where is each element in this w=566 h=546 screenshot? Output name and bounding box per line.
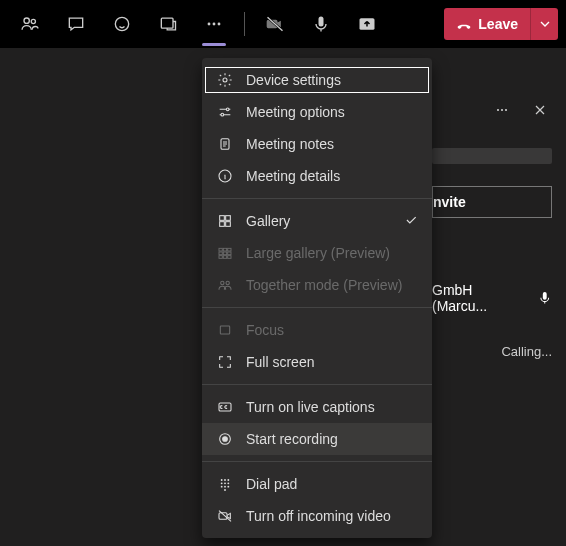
svg-rect-14 <box>220 216 225 221</box>
mic-button[interactable] <box>299 2 343 46</box>
svg-rect-16 <box>220 222 225 227</box>
svg-rect-22 <box>223 252 226 255</box>
info-icon <box>216 167 234 185</box>
svg-rect-24 <box>219 256 222 259</box>
svg-point-1 <box>31 19 35 23</box>
svg-point-4 <box>208 23 211 26</box>
reactions-button[interactable] <box>100 2 144 46</box>
chat-button[interactable] <box>54 2 98 46</box>
focus-icon <box>216 321 234 339</box>
call-status: Calling... <box>501 344 552 359</box>
menu-turn-off-incoming-video[interactable]: Turn off incoming video <box>202 500 432 532</box>
menu-label: Full screen <box>246 354 314 370</box>
svg-point-40 <box>224 486 226 488</box>
svg-point-10 <box>226 108 229 111</box>
menu-separator <box>202 198 432 199</box>
chevron-down-icon <box>537 16 553 32</box>
svg-rect-7 <box>319 17 324 27</box>
menu-label: Turn on live captions <box>246 399 375 415</box>
participant-name: GmbH (Marcu... <box>432 282 529 314</box>
svg-point-33 <box>221 479 223 481</box>
menu-label: Meeting details <box>246 168 340 184</box>
camera-off-icon <box>265 14 285 34</box>
gear-icon <box>216 71 234 89</box>
participant-row[interactable]: GmbH (Marcu... <box>432 282 552 314</box>
menu-separator <box>202 307 432 308</box>
incoming-video-off-icon <box>216 507 234 525</box>
menu-separator <box>202 384 432 385</box>
svg-point-6 <box>218 23 221 26</box>
menu-label: Focus <box>246 322 284 338</box>
svg-point-45 <box>501 109 503 111</box>
leave-button[interactable]: Leave <box>444 8 530 40</box>
share-screen-icon <box>357 14 377 34</box>
svg-point-28 <box>226 281 229 284</box>
leave-label: Leave <box>478 16 518 32</box>
menu-meeting-options[interactable]: Meeting options <box>202 96 432 128</box>
share-button[interactable] <box>345 2 389 46</box>
panel-more-button[interactable] <box>490 98 514 122</box>
more-actions-button[interactable] <box>192 2 236 46</box>
check-icon <box>404 213 418 230</box>
more-icon <box>494 102 510 118</box>
sliders-icon <box>216 103 234 121</box>
svg-point-41 <box>227 486 229 488</box>
panel-close-button[interactable] <box>528 98 552 122</box>
svg-rect-20 <box>228 248 231 251</box>
raise-hand-icon <box>112 14 132 34</box>
menu-label: Start recording <box>246 431 338 447</box>
svg-rect-3 <box>161 18 173 28</box>
gallery-icon <box>216 212 234 230</box>
menu-gallery[interactable]: Gallery <box>202 205 432 237</box>
svg-rect-23 <box>228 252 231 255</box>
menu-full-screen[interactable]: Full screen <box>202 346 432 378</box>
menu-label: Together mode (Preview) <box>246 277 402 293</box>
svg-point-34 <box>224 479 226 481</box>
menu-label: Turn off incoming video <box>246 508 391 524</box>
panel-bar <box>432 148 552 164</box>
svg-point-42 <box>224 489 226 491</box>
menu-meeting-notes[interactable]: Meeting notes <box>202 128 432 160</box>
more-icon <box>204 14 224 34</box>
svg-point-11 <box>221 113 224 116</box>
camera-button[interactable] <box>253 2 297 46</box>
breakout-rooms-icon <box>158 14 178 34</box>
menu-together-mode: Together mode (Preview) <box>202 269 432 301</box>
menu-separator <box>202 461 432 462</box>
svg-point-27 <box>221 281 224 284</box>
menu-device-settings[interactable]: Device settings <box>202 64 432 96</box>
fullscreen-icon <box>216 353 234 371</box>
mic-icon <box>311 14 331 34</box>
menu-meeting-details[interactable]: Meeting details <box>202 160 432 192</box>
more-actions-menu: Device settings Meeting options Meeting … <box>202 58 432 538</box>
large-gallery-icon <box>216 244 234 262</box>
share-invite-box[interactable]: nvite <box>432 186 552 218</box>
menu-label: Large gallery (Preview) <box>246 245 390 261</box>
rooms-button[interactable] <box>146 2 190 46</box>
invite-label: nvite <box>433 194 466 210</box>
svg-rect-29 <box>220 326 229 334</box>
svg-rect-19 <box>223 248 226 251</box>
panel-header-actions <box>490 98 552 122</box>
menu-label: Dial pad <box>246 476 297 492</box>
menu-live-captions[interactable]: Turn on live captions <box>202 391 432 423</box>
svg-point-37 <box>224 482 226 484</box>
menu-label: Device settings <box>246 72 341 88</box>
menu-start-recording[interactable]: Start recording <box>202 423 432 455</box>
close-icon <box>532 102 548 118</box>
menu-label: Meeting options <box>246 104 345 120</box>
svg-point-35 <box>227 479 229 481</box>
people-button[interactable] <box>8 2 52 46</box>
mic-icon <box>537 290 553 306</box>
leave-caret-button[interactable] <box>530 8 558 40</box>
svg-point-9 <box>223 78 227 82</box>
people-icon <box>20 14 40 34</box>
svg-point-44 <box>497 109 499 111</box>
menu-dial-pad[interactable]: Dial pad <box>202 468 432 500</box>
svg-point-32 <box>223 437 228 442</box>
svg-rect-25 <box>223 256 226 259</box>
svg-point-38 <box>227 482 229 484</box>
svg-point-46 <box>505 109 507 111</box>
svg-rect-15 <box>226 216 231 221</box>
svg-point-36 <box>221 482 223 484</box>
